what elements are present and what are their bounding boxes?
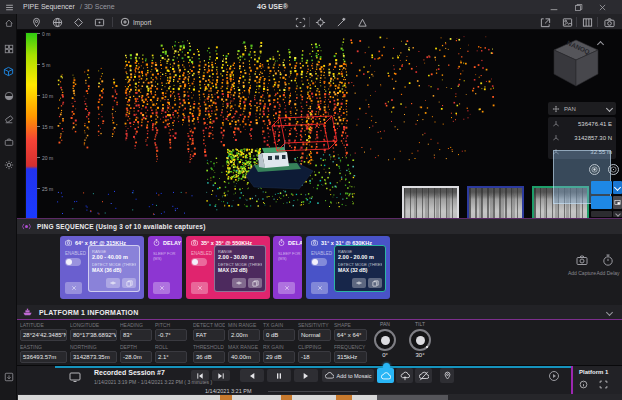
preview-button[interactable]	[352, 278, 366, 288]
capture-card-3[interactable]: 31° x 31° @ 630KHz ENABLED RANGE 2.00 - …	[306, 236, 390, 299]
remove-capture-button[interactable]	[311, 282, 328, 294]
remove-capture-button[interactable]	[191, 282, 208, 294]
duplicate-button[interactable]	[122, 278, 136, 288]
globe-icon	[52, 17, 63, 28]
navigation-cube[interactable]: NANOQ	[546, 34, 606, 94]
menu-button[interactable]	[4, 3, 15, 12]
field-latitude: LATITUDE28°24'42.3485"N	[20, 322, 67, 341]
field-depth: DEPTH-28.0m	[120, 344, 152, 363]
measure-line-button[interactable]	[335, 16, 347, 28]
timeline-track[interactable]	[55, 366, 622, 368]
enabled-label: ENABLED	[311, 251, 332, 256]
camera-view-button[interactable]	[603, 16, 615, 28]
boat-model[interactable]	[246, 140, 313, 189]
field-sensitivity: SENSITIVITYNormal	[298, 322, 331, 341]
capture-card-1[interactable]: 64° x 64° @ 315KHz ENABLED RANGE 2.00 - …	[60, 236, 144, 299]
record-button[interactable]	[589, 164, 600, 175]
snapshot-button[interactable]	[561, 16, 573, 28]
platform-info-header[interactable]: PLATFORM 1 INFORMATION	[17, 305, 622, 319]
enabled-toggle[interactable]	[311, 258, 327, 266]
close-icon	[284, 285, 290, 291]
sidebar-item-3d-scene[interactable]	[3, 66, 14, 77]
cloud-icon	[325, 371, 334, 380]
enabled-toggle[interactable]	[65, 258, 81, 266]
ping-sequence-header[interactable]: PING SEQUENCE (Using 3 of 10 available c…	[17, 219, 622, 234]
dock-panel-icon	[4, 372, 14, 382]
minimize-icon	[549, 3, 559, 13]
sidebar-item-dashboard[interactable]	[3, 43, 14, 54]
minimize-button[interactable]	[549, 3, 559, 12]
capture-card-2[interactable]: 35° x 35° @ 550KHz ENABLED RANGE 2.00 - …	[186, 236, 270, 299]
skip-start-button[interactable]	[191, 370, 209, 381]
skip-start-icon	[196, 372, 204, 380]
frame-select-button[interactable]	[294, 16, 306, 28]
platform-focus-button[interactable]	[599, 380, 608, 389]
sidebar-item-dock-panel[interactable]	[3, 371, 14, 382]
enabled-toggle[interactable]	[191, 258, 207, 266]
map-button[interactable]	[581, 16, 593, 28]
pin-tool-button[interactable]	[30, 16, 42, 28]
grid-icon	[4, 44, 14, 54]
sidebar-item-sonar-view[interactable]	[3, 90, 14, 101]
colorbar-tick	[37, 126, 40, 127]
delay-card-2[interactable]: DELAY SLEEP FOR (MS) 80	[273, 236, 302, 299]
close-button[interactable]	[597, 3, 607, 12]
duplicate-button[interactable]	[248, 278, 262, 288]
view-mode-dropdown[interactable]: PAN	[548, 102, 616, 115]
colorbar-tick	[37, 95, 40, 96]
sidebar-item-toolbox[interactable]	[3, 136, 14, 147]
sidebar-item-home[interactable]	[3, 17, 14, 28]
add-to-mosaic-button[interactable]: Add to Mosaic	[322, 369, 374, 382]
layer-dropdown-3-expander[interactable]	[613, 211, 622, 217]
platform-info-button[interactable]	[579, 380, 588, 389]
toolbar-separator	[112, 17, 113, 27]
target-button[interactable]	[608, 164, 619, 175]
import-button[interactable]: Import	[120, 16, 151, 28]
layer-dropdown-3[interactable]	[591, 211, 612, 217]
field-heading: HEADING83°	[120, 322, 152, 341]
pause-button[interactable]	[267, 369, 291, 382]
remove-delay-button[interactable]	[278, 282, 295, 294]
remove-delay-button[interactable]	[153, 282, 170, 294]
sidebar-item-cleanup[interactable]	[3, 113, 14, 124]
ruler-tool-button[interactable]	[356, 16, 368, 28]
layer-dropdown-1[interactable]	[591, 181, 612, 194]
layer-dropdown-2[interactable]	[591, 196, 612, 209]
preview-button[interactable]	[232, 278, 246, 288]
sidebar-item-settings[interactable]	[3, 159, 14, 170]
diamond-tool-button[interactable]	[72, 16, 84, 28]
remove-capture-button[interactable]	[65, 282, 82, 294]
field-value: 315kHz	[334, 351, 367, 363]
field-label: NORTHING	[70, 344, 117, 350]
app-title: PIPE Sequencer	[23, 3, 75, 10]
layer-pip-button[interactable]	[613, 196, 622, 209]
selection-wireframe-box[interactable]	[272, 116, 337, 151]
3d-scene-viewport[interactable]: 0 m 5 m 10 m 15 m 20 m 25 m NANOQ PAN	[17, 30, 622, 218]
preview-button[interactable]	[106, 278, 120, 288]
loop-play-button[interactable]	[548, 370, 560, 382]
export-button[interactable]	[539, 16, 551, 28]
screen-tool-button[interactable]	[93, 16, 105, 28]
crosshair-tool-button[interactable]	[314, 16, 326, 28]
globe-tool-button[interactable]	[51, 16, 63, 28]
tilt-dial[interactable]	[409, 329, 431, 351]
play-button[interactable]	[294, 369, 318, 382]
restore-button[interactable]	[573, 3, 583, 12]
scrubber-progress[interactable]	[18, 395, 377, 400]
eye-icon	[355, 280, 363, 286]
field-easting: EASTING536493.57m	[20, 344, 67, 363]
play-reverse-button[interactable]	[240, 369, 264, 382]
add-waypoint-button[interactable]	[440, 368, 454, 383]
add-delay-button[interactable]: Add Delay	[594, 254, 622, 276]
pan-dial[interactable]	[374, 329, 396, 351]
cloud-upload-button[interactable]	[396, 368, 413, 383]
platform-info-title: PLATFORM 1 INFORMATION	[39, 309, 138, 316]
northing-row: 3142857.30 N	[548, 131, 616, 145]
cloud-offline-button[interactable]	[415, 368, 432, 383]
cloud-sync-button-active[interactable]	[377, 368, 394, 383]
range-value: 2.00 - 30.00 m	[218, 254, 262, 260]
delay-card-1[interactable]: DELAY SLEEP FOR (MS) 80	[148, 236, 182, 299]
duplicate-button[interactable]	[368, 278, 382, 288]
skip-end-button[interactable]	[212, 370, 230, 381]
layer-dropdown-1-expander[interactable]	[613, 181, 622, 194]
